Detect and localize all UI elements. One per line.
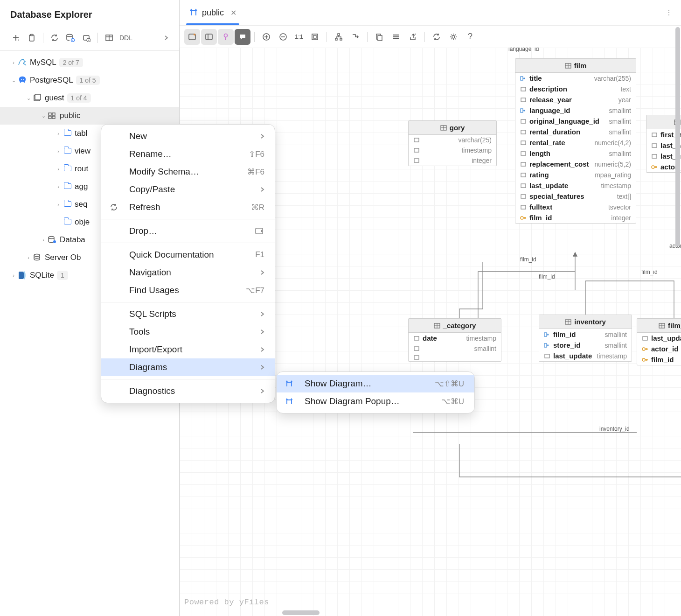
- fit-button[interactable]: [307, 29, 323, 45]
- column-name: last_update: [553, 352, 592, 360]
- table-icon: [440, 125, 447, 131]
- column-type-icon: [520, 205, 527, 210]
- datasource-settings-button[interactable]: [63, 30, 78, 45]
- column-type: smallint: [605, 331, 627, 338]
- menu-item-rename[interactable]: Rename…⇧F6: [101, 145, 275, 163]
- table-column: varchar(25): [409, 135, 496, 145]
- column-type: smallint: [609, 118, 631, 125]
- submenu-chevron-icon: [260, 347, 264, 352]
- menu-item-show-diagram[interactable]: Show Diagram…⌥⇧⌘U: [277, 375, 474, 392]
- layout-2-button[interactable]: [201, 29, 217, 45]
- column-type-icon: [520, 216, 527, 220]
- table-inventory[interactable]: inventoryfilm_idsmallintstore_idsmallint…: [539, 315, 632, 362]
- svg-rect-32: [378, 35, 382, 41]
- menu-item-refresh[interactable]: Refresh⌘R: [101, 198, 275, 216]
- menu-item-new[interactable]: New: [101, 127, 275, 145]
- more-tabs-button[interactable]: ⋮: [661, 5, 676, 20]
- horizontal-scrollbar[interactable]: [180, 610, 681, 615]
- copy-button[interactable]: [371, 29, 387, 45]
- menu-separator: [101, 219, 275, 219]
- menu-item-navigation[interactable]: Navigation: [101, 264, 275, 281]
- tree-node-guest[interactable]: ⌄guest1 of 4: [0, 89, 179, 107]
- menu-item-find-usages[interactable]: Find Usages⌥F7: [101, 281, 275, 299]
- layout-1-button[interactable]: [184, 29, 200, 45]
- expand-chevron-icon[interactable]: ›: [54, 148, 63, 154]
- menu-item-quick-documentation[interactable]: Quick DocumentationF1: [101, 246, 275, 264]
- refresh-button[interactable]: [47, 30, 62, 45]
- zoom-in-button[interactable]: [258, 29, 274, 45]
- column-type: varchar(255): [594, 75, 631, 82]
- expand-chevron-icon[interactable]: ›: [54, 131, 63, 136]
- expand-chevron-icon[interactable]: ›: [39, 237, 48, 243]
- svg-rect-41: [521, 141, 526, 145]
- table-header: inventory: [539, 315, 632, 329]
- menu-item-drop[interactable]: Drop…: [101, 222, 275, 240]
- column-name: description: [529, 85, 567, 93]
- table-column: lengthsmallint: [515, 148, 636, 159]
- table-column: last_updatetim: [637, 333, 681, 343]
- menu-item-show-diagram-popup[interactable]: Show Diagram Popup…⌥⌘U: [277, 392, 474, 410]
- tree-node-label: public: [60, 111, 80, 120]
- tree-node-label: view: [75, 147, 90, 156]
- ddl-button[interactable]: DDL: [118, 34, 134, 42]
- stop-button[interactable]: [79, 30, 94, 45]
- diagrams-submenu: Show Diagram…⌥⇧⌘UShow Diagram Popup…⌥⌘U: [276, 371, 475, 413]
- svg-rect-60: [544, 343, 547, 347]
- expand-chevron-icon[interactable]: ›: [24, 255, 33, 260]
- menu-item-copy-paste[interactable]: Copy/Paste: [101, 181, 275, 198]
- menu-item-modify-schema[interactable]: Modify Schema…⌘F6: [101, 163, 275, 181]
- help-button[interactable]: ?: [462, 29, 478, 45]
- column-type-icon: [520, 183, 527, 188]
- toolbar-separator: [424, 32, 425, 42]
- expand-chevron-icon[interactable]: ›: [9, 60, 18, 65]
- settings-button[interactable]: [445, 29, 461, 45]
- comment-button[interactable]: [235, 29, 250, 45]
- expand-chevron-icon[interactable]: ⌄: [24, 95, 33, 101]
- expand-chevron-icon[interactable]: ⌄: [9, 77, 18, 84]
- table-category[interactable]: goryvarchar(25)timestampinteger: [408, 120, 497, 166]
- table-name: gory: [450, 124, 465, 132]
- more-button[interactable]: [159, 30, 174, 45]
- vertical-scrollbar[interactable]: [675, 0, 680, 616]
- db-icon: [33, 94, 43, 102]
- expand-chevron-icon[interactable]: ›: [54, 166, 63, 172]
- key-button[interactable]: [218, 29, 234, 45]
- tree-node-mysql[interactable]: ›MySQL2 of 7: [0, 54, 179, 71]
- list-button[interactable]: [388, 29, 404, 45]
- layout-button[interactable]: [331, 29, 347, 45]
- expand-chevron-icon[interactable]: ›: [54, 184, 63, 189]
- expand-chevron-icon[interactable]: ⌄: [39, 113, 48, 119]
- svg-rect-13: [52, 113, 55, 115]
- menu-item-diagnostics[interactable]: Diagnostics: [101, 382, 275, 400]
- column-name: last_update: [529, 182, 568, 189]
- svg-rect-63: [414, 336, 419, 340]
- svg-rect-29: [335, 38, 337, 40]
- tab-public[interactable]: public ✕: [184, 0, 241, 25]
- column-name: rental_rate: [529, 139, 565, 147]
- tree-node-public[interactable]: ⌄public: [0, 107, 179, 125]
- svg-rect-14: [49, 116, 51, 119]
- zoom-out-button[interactable]: [275, 29, 291, 45]
- new-button[interactable]: [8, 30, 23, 45]
- menu-item-tools[interactable]: Tools: [101, 323, 275, 341]
- folder-icon: [63, 182, 73, 191]
- menu-item-diagrams[interactable]: Diagrams: [101, 358, 275, 376]
- table-filmcat[interactable]: _categorydatetimestampsmallint: [408, 318, 501, 362]
- route-button[interactable]: [347, 29, 363, 45]
- table-filmactor[interactable]: film_actolast_updatetimactor_idfilm_id: [637, 318, 681, 365]
- close-icon[interactable]: ✕: [230, 8, 236, 17]
- tree-node-postgresql[interactable]: ⌄PostgreSQL1 of 5: [0, 71, 179, 89]
- menu-item-import-export[interactable]: Import/Export: [101, 341, 275, 358]
- expand-chevron-icon[interactable]: ›: [54, 202, 63, 207]
- shortcut-label: ⌥F7: [246, 286, 264, 295]
- svg-rect-52: [414, 159, 419, 162]
- table-view-button[interactable]: [102, 30, 117, 45]
- expand-chevron-icon[interactable]: ›: [9, 273, 18, 278]
- table-film[interactable]: filmtitlevarchar(255)descriptiontextrele…: [515, 58, 636, 224]
- clipboard-button[interactable]: [24, 30, 39, 45]
- menu-item-sql-scripts[interactable]: SQL Scripts: [101, 305, 275, 323]
- menu-item-label: Rename…: [129, 149, 172, 159]
- refresh-diagram-button[interactable]: [429, 29, 445, 45]
- zoom-reset-button[interactable]: 1:1: [292, 29, 306, 45]
- export-button[interactable]: [405, 29, 421, 45]
